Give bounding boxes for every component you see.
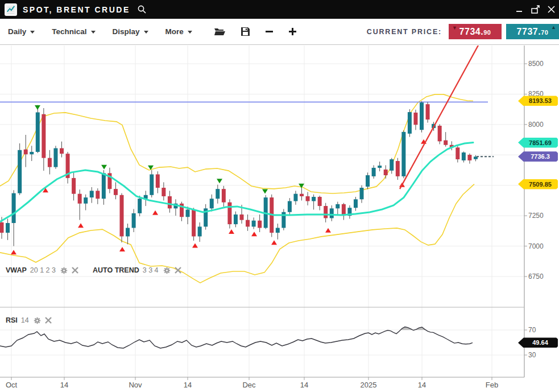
toolbar: Daily Technical Display More bbox=[0, 19, 559, 45]
buy-marker-icon bbox=[119, 247, 125, 251]
sell-marker-icon bbox=[35, 105, 40, 110]
candle bbox=[12, 193, 16, 223]
candle bbox=[312, 197, 316, 201]
candle bbox=[192, 209, 196, 236]
price-axis-label: 8000 bbox=[528, 121, 544, 129]
buy-marker-icon bbox=[251, 232, 257, 236]
zoom-out-button[interactable] bbox=[265, 27, 274, 36]
chevron-down-icon bbox=[188, 31, 192, 34]
minimize-button[interactable] bbox=[511, 0, 527, 19]
candle bbox=[120, 195, 124, 237]
candle bbox=[366, 175, 370, 187]
open-layout-button[interactable] bbox=[214, 27, 226, 36]
candle bbox=[53, 148, 57, 167]
close-button[interactable] bbox=[543, 0, 559, 19]
auto-trend-remove-button[interactable] bbox=[175, 267, 181, 274]
candle bbox=[227, 203, 231, 224]
candle bbox=[30, 152, 34, 154]
candle bbox=[336, 204, 339, 208]
menu-display[interactable]: Display bbox=[113, 27, 148, 36]
candle bbox=[258, 221, 262, 228]
candle bbox=[462, 152, 466, 160]
chart-canvas[interactable] bbox=[0, 0, 559, 392]
gear-icon bbox=[163, 267, 171, 274]
candle bbox=[102, 173, 106, 199]
candle bbox=[467, 155, 471, 160]
buy-marker-icon bbox=[229, 229, 234, 234]
menu-technical[interactable]: Technical bbox=[52, 27, 95, 36]
candle bbox=[126, 228, 130, 237]
candle bbox=[354, 199, 358, 208]
candle bbox=[378, 166, 382, 168]
vwap-settings-button[interactable] bbox=[60, 267, 68, 274]
search-icon[interactable] bbox=[137, 5, 147, 14]
rsi-params: 14 bbox=[21, 316, 29, 324]
rsi-settings-button[interactable] bbox=[34, 317, 41, 324]
price-tag: 7509.85 bbox=[518, 179, 558, 189]
candle bbox=[324, 206, 328, 218]
app-logo-icon bbox=[5, 3, 17, 16]
candle bbox=[456, 147, 459, 159]
time-axis-label: 14 bbox=[409, 381, 434, 389]
close-icon bbox=[175, 267, 181, 274]
price-badge-up: ▲ 7737.70 bbox=[506, 24, 559, 39]
candle bbox=[438, 126, 442, 141]
gear-icon bbox=[60, 267, 68, 274]
time-axis-label: 14 bbox=[52, 381, 77, 389]
time-axis-label: 14 bbox=[292, 381, 317, 389]
close-icon bbox=[45, 317, 52, 324]
candle bbox=[330, 208, 334, 218]
candle bbox=[390, 159, 394, 171]
candle bbox=[114, 189, 118, 195]
time-axis-label: 14 bbox=[175, 381, 200, 389]
menu-daily-label: Daily bbox=[8, 27, 26, 36]
sell-marker-icon bbox=[101, 165, 107, 170]
price-tag: 8193.53 bbox=[518, 96, 558, 106]
save-layout-button[interactable] bbox=[241, 27, 250, 36]
menu-display-label: Display bbox=[113, 27, 140, 36]
candle bbox=[216, 189, 220, 199]
candle bbox=[408, 112, 412, 134]
titlebar: SPOT, BRENT CRUDE bbox=[0, 0, 559, 19]
candle bbox=[444, 141, 448, 145]
main-indicator-legend: VWAP 20 1 2 3 AUTO TREND 3 3 4 bbox=[6, 266, 185, 274]
restore-button[interactable] bbox=[527, 0, 543, 19]
candle bbox=[401, 132, 405, 176]
candle bbox=[318, 197, 322, 206]
candle bbox=[78, 194, 82, 204]
up-arrow-icon: ▲ bbox=[551, 25, 556, 30]
candle bbox=[240, 214, 244, 220]
buy-marker-icon bbox=[78, 223, 84, 228]
rsi-label: RSI bbox=[6, 316, 18, 324]
candle bbox=[72, 178, 76, 194]
menu-daily[interactable]: Daily bbox=[8, 27, 35, 36]
gear-icon bbox=[34, 317, 41, 324]
candle bbox=[234, 214, 238, 224]
auto-trend-params: 3 3 4 bbox=[143, 266, 159, 274]
price-axis-label: 6750 bbox=[528, 273, 544, 280]
close-icon bbox=[547, 5, 556, 14]
candle bbox=[156, 174, 160, 188]
vwap-params: 20 1 2 3 bbox=[30, 266, 56, 274]
menu-more[interactable]: More bbox=[165, 27, 192, 36]
save-icon bbox=[241, 27, 250, 36]
candle bbox=[48, 158, 52, 167]
auto-trend-settings-button[interactable] bbox=[163, 267, 171, 274]
chevron-down-icon bbox=[30, 31, 35, 34]
chevron-down-icon bbox=[144, 31, 148, 34]
zoom-in-button[interactable] bbox=[288, 27, 297, 36]
auto-trend-line bbox=[400, 37, 483, 189]
minus-icon bbox=[265, 27, 274, 36]
vwap-label: VWAP bbox=[6, 266, 27, 274]
candle bbox=[162, 188, 165, 196]
symbol-title: SPOT, BRENT CRUDE bbox=[23, 5, 130, 14]
candle bbox=[168, 196, 172, 208]
menu-more-label: More bbox=[165, 27, 184, 36]
vwap-remove-button[interactable] bbox=[72, 267, 78, 274]
candle bbox=[413, 113, 417, 125]
candle bbox=[138, 199, 142, 213]
rsi-indicator-legend: RSI 14 bbox=[6, 316, 56, 324]
rsi-axis-label: 70 bbox=[528, 326, 536, 334]
rsi-remove-button[interactable] bbox=[45, 317, 52, 324]
price-axis-label: 7000 bbox=[528, 242, 544, 250]
